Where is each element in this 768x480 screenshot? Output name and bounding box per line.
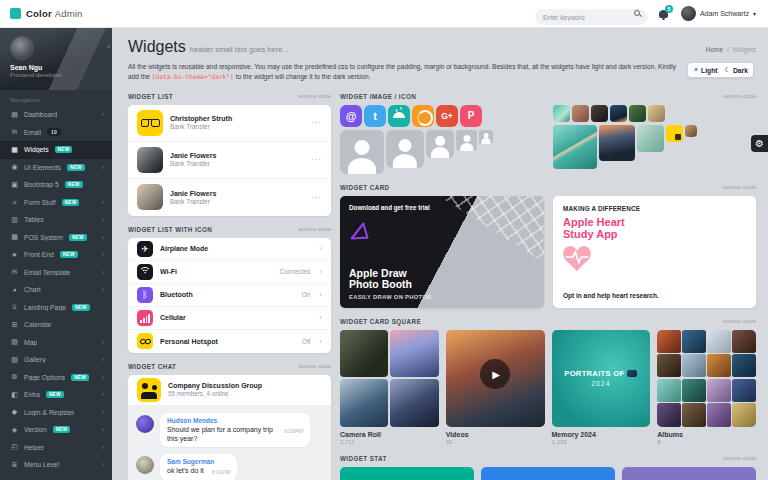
photo-thumbnail[interactable] bbox=[599, 125, 635, 161]
photo-thumbnail[interactable] bbox=[553, 105, 570, 122]
photo-thumbnail[interactable] bbox=[610, 105, 627, 122]
sidebar-nav-item[interactable]: ◕ Chart › bbox=[0, 281, 112, 299]
video-thumbnail[interactable]: ▶ bbox=[446, 330, 545, 427]
settings-button[interactable]: ⚙ bbox=[751, 135, 768, 152]
pinterest-icon[interactable]: P bbox=[460, 105, 482, 127]
photo-thumbnail[interactable] bbox=[682, 330, 706, 353]
android-icon[interactable] bbox=[388, 105, 410, 127]
photo-thumbnail[interactable] bbox=[732, 354, 756, 377]
setting-row-airplane[interactable]: ✈ Airplane Mode › bbox=[128, 238, 331, 261]
google-plus-icon[interactable]: G+ bbox=[436, 105, 458, 127]
photo-thumbnail[interactable] bbox=[666, 125, 683, 142]
sidebar-nav-item[interactable]: ▥ Tables › bbox=[0, 211, 112, 229]
photo-thumbnail[interactable] bbox=[732, 403, 756, 426]
source-code-link[interactable]: source code bbox=[723, 455, 756, 461]
setting-row-hotspot[interactable]: Personal Hotspot Off › bbox=[128, 330, 331, 353]
list-item[interactable]: Christopher Struth Bank Transfer ··· bbox=[128, 105, 331, 142]
user-menu[interactable]: Adam Schwartz ▾ bbox=[681, 6, 756, 21]
photo-thumbnail[interactable] bbox=[553, 125, 597, 169]
sidebar-nav-item[interactable]: ⚙ Page Options NEW › bbox=[0, 369, 112, 387]
sidebar-nav-item[interactable]: ▣ Bootstrap 5 NEW bbox=[0, 176, 112, 194]
sidebar-nav-item[interactable]: ≡ Form Stuff NEW › bbox=[0, 194, 112, 212]
theme-dark-button[interactable]: ☾Dark bbox=[725, 66, 748, 74]
sidebar-nav-item[interactable]: ★ Front End NEW › bbox=[0, 246, 112, 264]
list-item[interactable]: Janie Flowers Bank Transfer ··· bbox=[128, 179, 331, 216]
list-item[interactable]: Janie Flowers Bank Transfer ··· bbox=[128, 142, 331, 179]
photo-thumbnail[interactable] bbox=[340, 379, 388, 427]
memory-cover[interactable]: PORTRAITS OF 2024 bbox=[552, 330, 651, 427]
search-input[interactable] bbox=[535, 9, 647, 25]
sidebar-nav-item[interactable]: ◉ UI Elements NEW › bbox=[0, 159, 112, 177]
sidebar-nav-item[interactable]: ▧ Gallery › bbox=[0, 351, 112, 369]
source-code-link[interactable]: source code bbox=[723, 93, 756, 99]
photo-thumbnail[interactable] bbox=[390, 330, 438, 378]
notifications-button[interactable]: 5 bbox=[657, 7, 671, 21]
setting-row-bluetooth[interactable]: ᛒ Bluetooth On › bbox=[128, 284, 331, 307]
source-code-link[interactable]: source code bbox=[723, 184, 756, 190]
spiral-icon[interactable]: @ bbox=[340, 105, 362, 127]
sidebar-nav-item[interactable]: ◧ Extra NEW › bbox=[0, 386, 112, 404]
theme-light-button[interactable]: ☀Light bbox=[693, 66, 718, 74]
source-code-link[interactable]: source code bbox=[723, 318, 756, 324]
search-box[interactable] bbox=[535, 6, 647, 22]
heart-study-card[interactable]: MAKING A DIFFERENCE Apple Heart Study Ap… bbox=[553, 196, 756, 308]
setting-row-cellular[interactable]: Cellular › bbox=[128, 307, 331, 330]
more-menu-icon[interactable]: ··· bbox=[311, 193, 322, 202]
person-placeholder-icon[interactable] bbox=[456, 130, 477, 151]
person-placeholder-icon[interactable] bbox=[426, 130, 454, 158]
promo-card[interactable]: Download and get free trial Apple Draw P… bbox=[340, 196, 544, 308]
sidebar-nav-item[interactable]: ▨ Map › bbox=[0, 334, 112, 352]
photo-thumbnail[interactable] bbox=[657, 403, 681, 426]
photo-thumbnail[interactable] bbox=[707, 403, 731, 426]
sidebar-nav-item[interactable]: ◈ Version NEW › bbox=[0, 421, 112, 439]
sidebar-nav-item[interactable]: ≣ Menu Level › bbox=[0, 456, 112, 474]
chat-group-header[interactable]: Company Discussion Group 55 members, 4 o… bbox=[128, 375, 331, 405]
sidebar-nav-item[interactable]: ▦ Widgets NEW bbox=[0, 141, 112, 159]
more-menu-icon[interactable]: ··· bbox=[311, 155, 322, 164]
photo-thumbnail[interactable] bbox=[707, 379, 731, 402]
photo-thumbnail[interactable] bbox=[591, 105, 608, 122]
twitter-icon[interactable]: t bbox=[364, 105, 386, 127]
albums-grid[interactable] bbox=[657, 330, 756, 427]
camera-roll-grid[interactable] bbox=[340, 330, 439, 427]
breadcrumb-home[interactable]: Home bbox=[706, 46, 723, 53]
photo-thumbnail[interactable] bbox=[637, 125, 664, 152]
source-code-link[interactable]: source code bbox=[298, 226, 331, 232]
source-code-link[interactable]: source code bbox=[298, 363, 331, 369]
photo-thumbnail[interactable] bbox=[657, 330, 681, 353]
photo-thumbnail[interactable] bbox=[707, 330, 731, 353]
photo-thumbnail[interactable] bbox=[648, 105, 665, 122]
person-placeholder-icon[interactable] bbox=[386, 130, 424, 168]
play-button[interactable]: ▶ bbox=[480, 359, 510, 389]
photo-thumbnail[interactable] bbox=[629, 105, 646, 122]
chat-sender-name[interactable]: Hudson Mendes bbox=[167, 417, 303, 424]
photo-thumbnail[interactable] bbox=[657, 379, 681, 402]
photo-thumbnail[interactable] bbox=[340, 330, 388, 378]
source-code-link[interactable]: source code bbox=[298, 93, 331, 99]
photo-thumbnail[interactable] bbox=[682, 354, 706, 377]
photo-thumbnail[interactable] bbox=[390, 379, 438, 427]
brand[interactable]: Color Admin bbox=[0, 8, 112, 19]
sidebar-nav-item[interactable]: ✉ Email 10 bbox=[0, 124, 112, 142]
sidebar-nav-item[interactable]: ⊞ Calendar bbox=[0, 316, 112, 334]
photo-thumbnail[interactable] bbox=[657, 354, 681, 377]
more-menu-icon[interactable]: ··· bbox=[311, 118, 322, 127]
photo-thumbnail[interactable] bbox=[732, 330, 756, 353]
search-icon[interactable] bbox=[634, 10, 640, 16]
chat-sender-name[interactable]: Sam Sugerman bbox=[167, 458, 230, 465]
sidebar-nav-item[interactable]: ▤ Dashboard › bbox=[0, 106, 112, 124]
photo-thumbnail[interactable] bbox=[682, 403, 706, 426]
photo-thumbnail[interactable] bbox=[572, 105, 589, 122]
photo-thumbnail[interactable] bbox=[685, 125, 697, 137]
person-placeholder-icon[interactable] bbox=[479, 130, 493, 144]
sidebar-nav-item[interactable]: ◆ Login & Register › bbox=[0, 404, 112, 422]
sidebar-nav-item[interactable]: ◰ Helper › bbox=[0, 439, 112, 457]
setting-row-wifi[interactable]: Wi-Fi Connected › bbox=[128, 261, 331, 284]
person-placeholder-icon[interactable] bbox=[340, 130, 384, 174]
sidebar-nav-item[interactable]: ♕ Landing Page NEW bbox=[0, 299, 112, 317]
sidebar-profile[interactable]: › Sean Ngu Frontend developer bbox=[0, 28, 112, 90]
sidebar-nav-item[interactable]: ▩ POS System NEW › bbox=[0, 229, 112, 247]
firefox-icon[interactable] bbox=[412, 105, 434, 127]
sidebar-nav-item[interactable]: ✉ Email Template › bbox=[0, 264, 112, 282]
photo-thumbnail[interactable] bbox=[682, 379, 706, 402]
